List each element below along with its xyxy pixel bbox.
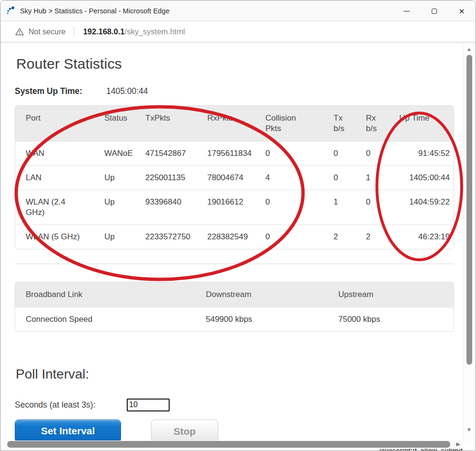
table-cell: Up: [94, 225, 135, 249]
table-row: WANWANoE471542867179561183400091:45:52: [15, 141, 454, 165]
section-divider: [15, 264, 454, 264]
scroll-right-icon[interactable]: ▶: [456, 441, 460, 447]
address-bar[interactable]: Not secure 192.168.0.1/sky_system.html: [0, 21, 476, 42]
stats-table-header: PortStatusTxPktsRxPktsCollision PktsTx b…: [15, 106, 454, 141]
window-controls: ✕: [393, 0, 476, 21]
table-cell: 228382549: [197, 225, 255, 249]
table-cell: 0: [255, 225, 323, 249]
table-cell: 471542867: [135, 142, 197, 165]
column-header: Upstream: [328, 282, 454, 307]
horizontal-scrollbar-thumb[interactable]: [7, 441, 450, 448]
broadband-link-table: Broadband LinkDownstreamUpstream Connect…: [15, 282, 454, 332]
url-host: 192.168.0.1: [83, 27, 124, 36]
column-header: Tx b/s: [323, 106, 355, 141]
sky-hub-favicon-icon: [5, 6, 16, 16]
set-interval-button[interactable]: Set Interval: [15, 420, 121, 442]
table-cell: 4: [255, 166, 323, 190]
table-cell: 2: [323, 225, 355, 249]
table-cell: 19016612: [197, 190, 255, 225]
column-header: Collision Pkts: [255, 106, 323, 141]
minimize-button[interactable]: [393, 0, 420, 21]
stop-button[interactable]: Stop: [151, 420, 218, 443]
table-cell: 225001135: [135, 166, 197, 190]
column-header: Rx b/s: [355, 106, 389, 141]
poll-interval-input[interactable]: [127, 399, 170, 411]
table-cell: 75000 kbps: [328, 308, 454, 331]
table-cell: 0: [255, 142, 323, 165]
table-cell: WLAN (2.4 GHz): [15, 190, 94, 225]
table-cell: Up: [94, 166, 135, 190]
column-header: Up Time: [389, 106, 454, 141]
table-cell: WANoE: [94, 142, 135, 165]
seconds-label: Seconds (at least 3s):: [15, 400, 127, 410]
stats-table-body: WANWANoE471542867179561183400091:45:52LA…: [15, 141, 454, 249]
title-bar: Sky Hub > Statistics - Personal - Micros…: [0, 0, 476, 21]
table-cell: 1405:00:44: [389, 166, 454, 190]
column-header: TxPkts: [135, 106, 197, 141]
table-cell: 93396840: [135, 190, 197, 225]
table-row: WLAN (5 GHz)Up223357275022838254902246:2…: [15, 225, 454, 249]
not-secure-warning-icon[interactable]: [15, 27, 24, 36]
column-header: Downstream: [195, 282, 328, 307]
security-status-label[interactable]: Not secure: [29, 28, 65, 36]
page-title: Router Statistics: [16, 56, 476, 72]
table-cell: 2233572750: [135, 225, 197, 249]
table-cell: Connection Speed: [15, 308, 195, 331]
table-cell: 1404:59:22: [389, 190, 454, 225]
scroll-down-icon[interactable]: ▼: [463, 427, 475, 432]
table-cell: 0: [355, 142, 389, 165]
table-row: LANUp225001135780046744011405:00:44: [15, 165, 454, 190]
table-cell: 0: [255, 190, 323, 225]
page-content: Router Statistics System Up Time:1405:00…: [0, 42, 476, 451]
table-cell: 549900 kbps: [195, 308, 328, 331]
column-header: Status: [94, 106, 135, 141]
table-cell: 1795611834: [197, 142, 255, 165]
system-uptime-label: System Up Time:: [15, 86, 106, 96]
table-row: WLAN (2.4 GHz)Up93396840190166120101404:…: [15, 190, 454, 225]
horizontal-scrollbar[interactable]: ▶: [4, 441, 464, 449]
maximize-button[interactable]: [420, 0, 448, 21]
table-cell: WLAN (5 GHz): [15, 225, 94, 249]
column-header: RxPkts: [197, 106, 255, 141]
system-uptime-value: 1405:00:44: [106, 86, 148, 96]
table-cell: LAN: [15, 166, 94, 190]
router-stats-table: PortStatusTxPktsRxPktsCollision PktsTx b…: [15, 105, 454, 249]
minimize-icon: [404, 11, 410, 11]
poll-interval-title: Poll Interval:: [16, 366, 476, 382]
table-cell: 91:45:52: [389, 142, 454, 165]
table-cell: Up: [94, 190, 135, 225]
window-title: Sky Hub > Statistics - Personal - Micros…: [20, 7, 170, 15]
broadband-table-body: Connection Speed549900 kbps75000 kbps: [15, 307, 454, 331]
table-cell: 78004674: [197, 166, 255, 190]
column-header: Port: [15, 106, 94, 141]
table-cell: 2: [355, 225, 389, 249]
vertical-scrollbar-thumb[interactable]: [466, 55, 472, 365]
vertical-scrollbar[interactable]: ▲ ▼: [463, 43, 475, 442]
url-text[interactable]: 192.168.0.1/sky_system.html: [83, 27, 185, 36]
close-button[interactable]: ✕: [448, 0, 476, 21]
maximize-icon: [432, 9, 437, 14]
table-row: Connection Speed549900 kbps75000 kbps: [15, 307, 454, 331]
broadband-table-header: Broadband LinkDownstreamUpstream: [15, 282, 454, 307]
system-uptime-row: System Up Time:1405:00:44: [15, 86, 476, 97]
table-cell: 0: [323, 142, 355, 165]
scroll-up-icon[interactable]: ▲: [463, 46, 475, 52]
table-cell: 0: [323, 166, 355, 190]
poll-buttons-row: Set Interval Stop: [15, 420, 476, 443]
table-cell: WAN: [15, 142, 94, 165]
table-cell: 0: [355, 190, 389, 225]
url-path: /sky_system.html: [125, 27, 185, 36]
close-icon: ✕: [459, 8, 465, 15]
browser-window: Sky Hub > Statistics - Personal - Micros…: [0, 0, 476, 451]
table-cell: 1: [355, 166, 389, 190]
poll-seconds-row: Seconds (at least 3s):: [15, 398, 476, 412]
column-header: Broadband Link: [15, 282, 195, 307]
address-divider: [74, 27, 74, 37]
table-cell: 1: [323, 190, 355, 225]
table-cell: 46:23:19: [389, 225, 454, 249]
